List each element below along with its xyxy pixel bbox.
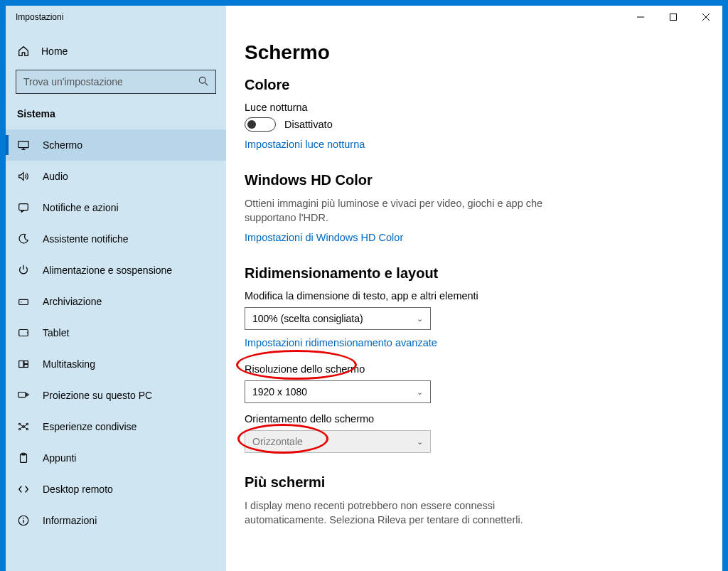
- orientation-dropdown: Orizzontale ⌄: [245, 430, 431, 453]
- close-button[interactable]: [690, 6, 722, 28]
- scale-heading: Ridimensionamento e layout: [245, 265, 704, 282]
- sidebar-item-display[interactable]: Schermo: [6, 129, 226, 161]
- maximize-button[interactable]: [657, 6, 690, 28]
- svg-rect-16: [24, 364, 28, 367]
- sidebar-item-multitasking[interactable]: Multitasking: [6, 348, 226, 380]
- chevron-down-icon: ⌄: [417, 437, 423, 447]
- hd-color-desc: Ottieni immagini più luminose e vivaci p…: [245, 197, 550, 225]
- remote-icon: [17, 483, 30, 496]
- svg-point-11: [21, 301, 21, 302]
- page-title: Schermo: [245, 41, 704, 64]
- sidebar-item-remote[interactable]: Desktop remoto: [6, 474, 226, 505]
- display-icon: [17, 139, 30, 151]
- maximize-icon: [670, 14, 677, 21]
- svg-point-13: [27, 332, 28, 333]
- power-icon: [17, 264, 30, 277]
- sidebar-item-label: Esperienze condivise: [43, 421, 136, 432]
- resolution-value: 1920 x 1080: [252, 386, 307, 397]
- multitasking-icon: [17, 358, 30, 370]
- sidebar-item-audio[interactable]: Audio: [6, 161, 226, 192]
- color-heading: Colore: [245, 77, 704, 93]
- sidebar-item-label: Tablet: [43, 327, 69, 338]
- home-nav[interactable]: Home: [6, 37, 226, 65]
- night-light-label: Luce notturna: [245, 102, 704, 113]
- sidebar-item-focus[interactable]: Assistente notifiche: [6, 223, 226, 255]
- sidebar-item-tablet[interactable]: Tablet: [6, 317, 226, 348]
- focus-icon: [17, 233, 30, 245]
- sidebar-item-label: Informazioni: [43, 515, 97, 526]
- window-controls: [624, 6, 722, 28]
- sidebar-item-label: Assistente notifiche: [43, 233, 129, 245]
- sidebar-item-power[interactable]: Alimentazione e sospensione: [6, 255, 226, 286]
- storage-icon: [17, 295, 30, 308]
- close-icon: [702, 14, 710, 21]
- text-size-label: Modifica la dimensione di testo, app e a…: [245, 290, 704, 301]
- svg-point-4: [199, 77, 205, 83]
- svg-point-30: [23, 518, 24, 519]
- search-field[interactable]: [23, 76, 198, 87]
- sidebar-item-label: Appunti: [43, 452, 76, 464]
- svg-rect-9: [19, 204, 28, 210]
- sidebar-item-label: Desktop remoto: [43, 484, 113, 495]
- text-size-value: 100% (scelta consigliata): [252, 313, 363, 324]
- svg-line-25: [21, 427, 23, 428]
- svg-point-21: [18, 428, 20, 429]
- search-input[interactable]: [16, 70, 216, 94]
- window-title: Impostazioni: [6, 12, 63, 22]
- sidebar-item-notifications[interactable]: Notifiche e azioni: [6, 192, 226, 223]
- main-content: Schermo Colore Luce notturna Disattivato…: [226, 28, 722, 571]
- night-light-state: Disattivato: [284, 119, 333, 130]
- svg-rect-6: [18, 142, 28, 148]
- svg-rect-15: [24, 361, 28, 364]
- svg-point-22: [26, 428, 28, 429]
- night-light-settings-link[interactable]: Impostazioni luce notturna: [245, 139, 365, 150]
- advanced-scaling-link[interactable]: Impostazioni ridimensionamento avanzate: [245, 337, 437, 348]
- svg-line-23: [21, 425, 23, 426]
- clipboard-icon: [17, 452, 30, 464]
- sidebar-item-storage[interactable]: Archiviazione: [6, 286, 226, 317]
- svg-line-24: [24, 425, 27, 426]
- svg-point-20: [26, 423, 28, 425]
- tablet-icon: [17, 326, 30, 339]
- sidebar-item-label: Alimentazione e sospensione: [43, 265, 172, 276]
- home-label: Home: [41, 46, 68, 57]
- night-light-toggle[interactable]: [245, 117, 276, 132]
- hd-color-heading: Windows HD Color: [245, 172, 704, 188]
- sidebar-item-label: Notifiche e azioni: [43, 202, 119, 213]
- sidebar-item-clipboard[interactable]: Appunti: [6, 442, 226, 474]
- multi-heading: Più schermi: [245, 474, 704, 491]
- info-icon: [17, 514, 30, 527]
- sidebar: Home Sistema SchermoAudioNotifiche e azi…: [6, 28, 226, 571]
- sidebar-item-project[interactable]: Proiezione su questo PC: [6, 380, 226, 411]
- sidebar-category: Sistema: [6, 101, 226, 129]
- sidebar-item-label: Audio: [43, 171, 68, 182]
- notifications-icon: [17, 201, 30, 214]
- audio-icon: [17, 170, 30, 183]
- sidebar-item-label: Proiezione su questo PC: [43, 390, 152, 401]
- sidebar-item-info[interactable]: Informazioni: [6, 505, 226, 536]
- home-icon: [17, 45, 30, 58]
- multi-desc: I display meno recenti potrebbero non es…: [245, 499, 550, 527]
- svg-rect-14: [19, 361, 23, 368]
- sidebar-nav: SchermoAudioNotifiche e azioniAssistente…: [6, 129, 226, 536]
- sidebar-item-shared[interactable]: Esperienze condivise: [6, 411, 226, 442]
- sidebar-item-label: Schermo: [43, 139, 82, 151]
- minimize-button[interactable]: [624, 6, 657, 28]
- sidebar-item-label: Multitasking: [43, 358, 95, 370]
- svg-rect-17: [18, 393, 26, 397]
- svg-line-26: [24, 427, 27, 428]
- chevron-down-icon: ⌄: [417, 314, 423, 324]
- svg-line-5: [205, 82, 208, 85]
- svg-rect-10: [19, 299, 28, 304]
- project-icon: [17, 389, 30, 402]
- night-light-toggle-row: Disattivato: [245, 117, 704, 132]
- search-wrap: [6, 65, 226, 101]
- resolution-label: Risoluzione dello schermo: [245, 363, 704, 375]
- settings-window: Impostazioni Home: [6, 6, 722, 571]
- chevron-down-icon: ⌄: [417, 388, 423, 397]
- hd-color-settings-link[interactable]: Impostazioni di Windows HD Color: [245, 232, 403, 243]
- resolution-dropdown[interactable]: 1920 x 1080 ⌄: [245, 380, 431, 403]
- text-size-dropdown[interactable]: 100% (scelta consigliata) ⌄: [245, 307, 431, 330]
- minimize-icon: [637, 14, 644, 21]
- svg-rect-12: [19, 330, 28, 336]
